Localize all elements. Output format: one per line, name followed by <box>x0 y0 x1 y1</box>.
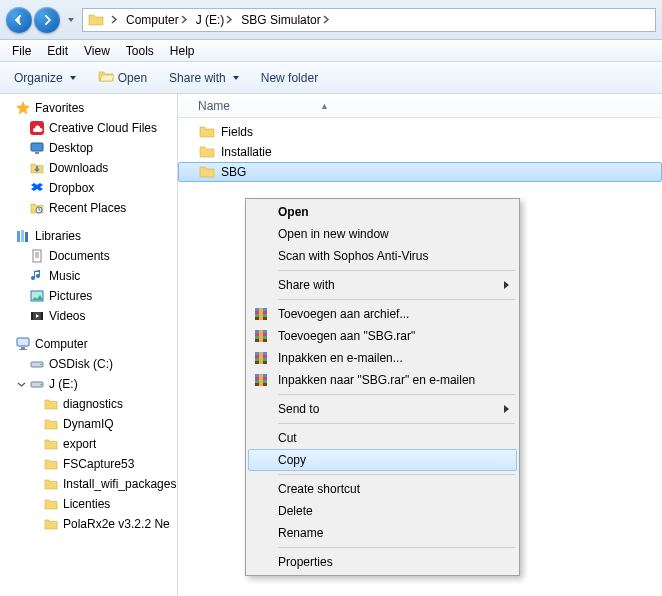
expander-icon[interactable] <box>14 309 28 323</box>
menu-file[interactable]: File <box>4 42 39 60</box>
sort-ascending-icon: ▲ <box>320 101 329 111</box>
expander-icon[interactable] <box>14 357 28 371</box>
back-button[interactable] <box>6 7 32 33</box>
expander-icon[interactable] <box>28 397 42 411</box>
separator <box>278 423 515 424</box>
column-header-name[interactable]: Name ▲ <box>178 94 662 118</box>
favorites-creative-cloud[interactable]: Creative Cloud Files <box>0 118 177 138</box>
cm-delete[interactable]: Delete <box>248 500 517 522</box>
cm-open[interactable]: Open <box>248 201 517 223</box>
favorites-node[interactable]: Favorites <box>0 98 177 118</box>
breadcrumb-drive[interactable]: J (E:) <box>192 9 238 31</box>
menu-edit[interactable]: Edit <box>39 42 76 60</box>
j-folder[interactable]: FSCapture53 <box>0 454 177 474</box>
favorites-downloads[interactable]: Downloads <box>0 158 177 178</box>
favorites-desktop[interactable]: Desktop <box>0 138 177 158</box>
expander-icon[interactable] <box>28 417 42 431</box>
expander-icon[interactable] <box>28 457 42 471</box>
cm-create-shortcut[interactable]: Create shortcut <box>248 478 517 500</box>
j-folder[interactable]: export <box>0 434 177 454</box>
library-documents[interactable]: Documents <box>0 246 177 266</box>
expander-icon[interactable] <box>28 517 42 531</box>
file-list: Fields Installatie SBG <box>178 118 662 186</box>
svg-rect-29 <box>259 330 263 342</box>
folder-item-selected[interactable]: SBG <box>178 162 662 182</box>
music-icon <box>28 267 46 285</box>
cm-properties[interactable]: Properties <box>248 551 517 573</box>
j-folder[interactable]: Install_wifi_packages <box>0 474 177 494</box>
expander-icon[interactable] <box>28 497 42 511</box>
j-folder[interactable]: diagnostics <box>0 394 177 414</box>
svg-rect-15 <box>19 349 27 350</box>
menu-view[interactable]: View <box>76 42 118 60</box>
j-folder[interactable]: PolaRx2e v3.2.2 Ne <box>0 514 177 534</box>
winrar-icon <box>252 305 270 323</box>
svg-rect-11 <box>31 312 33 320</box>
library-videos[interactable]: Videos <box>0 306 177 326</box>
submenu-arrow-icon <box>504 405 509 413</box>
libraries-node[interactable]: Libraries <box>0 226 177 246</box>
expander-icon[interactable] <box>0 101 14 115</box>
cm-copy[interactable]: Copy <box>248 449 517 471</box>
folder-icon <box>42 415 60 433</box>
cm-rename[interactable]: Rename <box>248 522 517 544</box>
menu-help[interactable]: Help <box>162 42 203 60</box>
nav-history-dropdown[interactable] <box>62 7 76 33</box>
separator <box>278 299 515 300</box>
cm-send-to[interactable]: Send to <box>248 398 517 420</box>
cm-rar-email[interactable]: Inpakken en e-mailen... <box>248 347 517 369</box>
menu-tools[interactable]: Tools <box>118 42 162 60</box>
expander-open-icon[interactable] <box>14 377 28 391</box>
videos-icon <box>28 307 46 325</box>
library-pictures[interactable]: Pictures <box>0 286 177 306</box>
cm-scan-sophos[interactable]: Scan with Sophos Anti-Virus <box>248 245 517 267</box>
drive-c[interactable]: OSDisk (C:) <box>0 354 177 374</box>
folder-icon <box>42 395 60 413</box>
expander-icon[interactable] <box>28 437 42 451</box>
svg-rect-34 <box>259 352 263 364</box>
svg-rect-13 <box>17 338 29 346</box>
j-folder[interactable]: Licenties <box>0 494 177 514</box>
computer-node[interactable]: Computer <box>0 334 177 354</box>
cm-rar-add[interactable]: Toevoegen aan archief... <box>248 303 517 325</box>
organize-button[interactable]: Organize <box>8 68 82 88</box>
folder-item[interactable]: Fields <box>178 122 662 142</box>
cm-rar-email-sbg[interactable]: Inpakken naar "SBG.rar" en e-mailen <box>248 369 517 391</box>
expander-icon[interactable] <box>0 337 14 351</box>
j-folder[interactable]: DynamIQ <box>0 414 177 434</box>
expander-icon[interactable] <box>14 249 28 263</box>
svg-point-19 <box>40 384 42 386</box>
winrar-icon <box>252 371 270 389</box>
folder-icon <box>42 435 60 453</box>
expander-icon[interactable] <box>28 477 42 491</box>
open-button[interactable]: Open <box>92 65 153 90</box>
star-icon <box>14 99 32 117</box>
folder-icon <box>42 495 60 513</box>
address-bar[interactable]: Computer J (E:) SBG Simulator <box>82 8 656 32</box>
folder-icon <box>198 143 216 161</box>
cm-rar-add-sbg[interactable]: Toevoegen aan "SBG.rar" <box>248 325 517 347</box>
folder-item[interactable]: Installatie <box>178 142 662 162</box>
cm-open-new-window[interactable]: Open in new window <box>248 223 517 245</box>
svg-rect-14 <box>21 347 25 349</box>
winrar-icon <box>252 327 270 345</box>
library-music[interactable]: Music <box>0 266 177 286</box>
desktop-icon <box>28 139 46 157</box>
expander-icon[interactable] <box>14 289 28 303</box>
new-folder-button[interactable]: New folder <box>255 68 324 88</box>
expander-icon[interactable] <box>14 269 28 283</box>
drive-j[interactable]: J (E:) <box>0 374 177 394</box>
breadcrumb-arrow[interactable] <box>107 9 122 31</box>
expander-icon[interactable] <box>0 229 14 243</box>
breadcrumb-computer[interactable]: Computer <box>122 9 192 31</box>
forward-button[interactable] <box>34 7 60 33</box>
breadcrumb-folder[interactable]: SBG Simulator <box>237 9 333 31</box>
drive-icon <box>28 355 46 373</box>
cm-share-with[interactable]: Share with <box>248 274 517 296</box>
favorites-dropbox[interactable]: Dropbox <box>0 178 177 198</box>
favorites-recent[interactable]: Recent Places <box>0 198 177 218</box>
svg-rect-7 <box>33 250 41 262</box>
cm-cut[interactable]: Cut <box>248 427 517 449</box>
computer-icon <box>14 335 32 353</box>
share-with-button[interactable]: Share with <box>163 68 245 88</box>
